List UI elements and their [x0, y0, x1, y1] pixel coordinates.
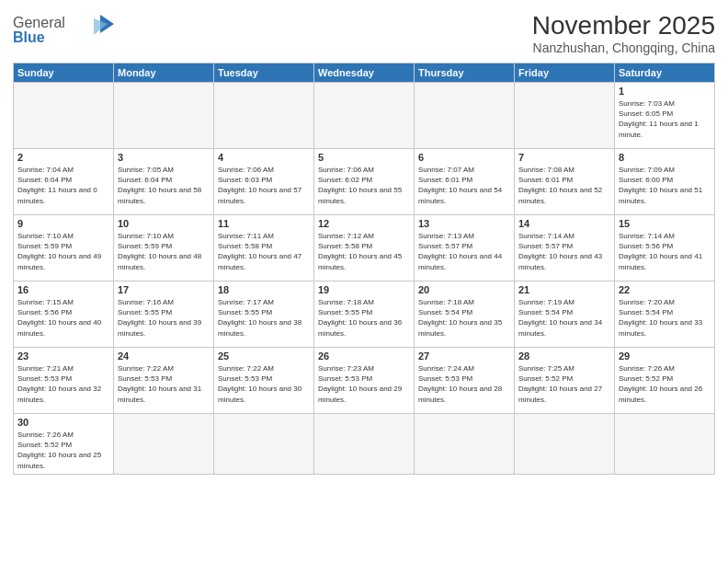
empty-cell: [114, 414, 214, 475]
empty-cell: [214, 83, 314, 149]
week-2: 2 Sunrise: 7:04 AMSunset: 6:04 PMDayligh…: [14, 149, 715, 215]
day-2: 2 Sunrise: 7:04 AMSunset: 6:04 PMDayligh…: [14, 149, 114, 215]
week-3: 9 Sunrise: 7:10 AMSunset: 5:59 PMDayligh…: [14, 215, 715, 282]
day-28: 28 Sunrise: 7:25 AMSunset: 5:52 PMDaylig…: [515, 348, 615, 414]
empty-cell: [615, 414, 715, 475]
empty-cell: [415, 83, 515, 149]
week-6: 30 Sunrise: 7:26 AMSunset: 5:52 PMDaylig…: [14, 414, 715, 475]
header-saturday: Saturday: [615, 63, 715, 83]
daylight-1: Daylight: 11 hours and 1 minute.: [619, 120, 699, 138]
day-19: 19 Sunrise: 7:18 AMSunset: 5:55 PMDaylig…: [314, 282, 415, 348]
day-11: 11 Sunrise: 7:11 AMSunset: 5:58 PMDaylig…: [214, 215, 314, 282]
week-4: 16 Sunrise: 7:15 AMSunset: 5:56 PMDaylig…: [14, 282, 715, 348]
day-8: 8 Sunrise: 7:09 AMSunset: 6:00 PMDayligh…: [615, 149, 715, 215]
svg-text:Blue: Blue: [13, 29, 45, 45]
day-3: 3 Sunrise: 7:05 AMSunset: 6:04 PMDayligh…: [114, 149, 214, 215]
day-18: 18 Sunrise: 7:17 AMSunset: 5:55 PMDaylig…: [214, 282, 314, 348]
day-17: 17 Sunrise: 7:16 AMSunset: 5:55 PMDaylig…: [114, 282, 214, 348]
header: General Blue November 2025 Nanzhushan, C…: [13, 11, 715, 55]
month-title: November 2025: [532, 11, 715, 40]
page: General Blue November 2025 Nanzhushan, C…: [0, 0, 728, 563]
day-29: 29 Sunrise: 7:26 AMSunset: 5:52 PMDaylig…: [615, 348, 715, 414]
empty-cell: [214, 414, 314, 475]
week-1: 1 Sunrise: 7:03 AM Sunset: 6:05 PM Dayli…: [14, 83, 715, 149]
day-15: 15 Sunrise: 7:14 AMSunset: 5:56 PMDaylig…: [615, 215, 715, 282]
svg-text:General: General: [13, 15, 65, 30]
day-26: 26 Sunrise: 7:23 AMSunset: 5:53 PMDaylig…: [314, 348, 415, 414]
day-16: 16 Sunrise: 7:15 AMSunset: 5:56 PMDaylig…: [14, 282, 114, 348]
day-4: 4 Sunrise: 7:06 AMSunset: 6:03 PMDayligh…: [214, 149, 314, 215]
empty-cell: [314, 414, 415, 475]
day-7: 7 Sunrise: 7:08 AMSunset: 6:01 PMDayligh…: [515, 149, 615, 215]
weekday-header-row: Sunday Monday Tuesday Wednesday Thursday…: [14, 63, 715, 83]
day-25: 25 Sunrise: 7:22 AMSunset: 5:53 PMDaylig…: [214, 348, 314, 414]
day-23: 23 Sunrise: 7:21 AMSunset: 5:53 PMDaylig…: [14, 348, 114, 414]
empty-cell: [14, 83, 114, 149]
day-20: 20 Sunrise: 7:18 AMSunset: 5:54 PMDaylig…: [415, 282, 515, 348]
day-14: 14 Sunrise: 7:14 AMSunset: 5:57 PMDaylig…: [515, 215, 615, 282]
header-thursday: Thursday: [415, 63, 515, 83]
subtitle: Nanzhushan, Chongqing, China: [532, 40, 715, 55]
empty-cell: [114, 83, 214, 149]
day-5: 5 Sunrise: 7:06 AMSunset: 6:02 PMDayligh…: [314, 149, 415, 215]
empty-cell: [515, 83, 615, 149]
day-6: 6 Sunrise: 7:07 AMSunset: 6:01 PMDayligh…: [415, 149, 515, 215]
logo: General Blue: [13, 11, 114, 48]
empty-cell: [415, 414, 515, 475]
week-5: 23 Sunrise: 7:21 AMSunset: 5:53 PMDaylig…: [14, 348, 715, 414]
sunset-1: Sunset: 6:05 PM: [619, 109, 673, 118]
empty-cell: [314, 83, 415, 149]
header-tuesday: Tuesday: [214, 63, 314, 83]
header-wednesday: Wednesday: [314, 63, 415, 83]
logo-svg: General Blue: [13, 11, 114, 48]
empty-cell: [515, 414, 615, 475]
day-12: 12 Sunrise: 7:12 AMSunset: 5:58 PMDaylig…: [314, 215, 415, 282]
day-27: 27 Sunrise: 7:24 AMSunset: 5:53 PMDaylig…: [415, 348, 515, 414]
day-13: 13 Sunrise: 7:13 AMSunset: 5:57 PMDaylig…: [415, 215, 515, 282]
day-9: 9 Sunrise: 7:10 AMSunset: 5:59 PMDayligh…: [14, 215, 114, 282]
header-sunday: Sunday: [14, 63, 114, 83]
calendar: Sunday Monday Tuesday Wednesday Thursday…: [13, 63, 715, 475]
day-30: 30 Sunrise: 7:26 AMSunset: 5:52 PMDaylig…: [14, 414, 114, 475]
day-21: 21 Sunrise: 7:19 AMSunset: 5:54 PMDaylig…: [515, 282, 615, 348]
day-24: 24 Sunrise: 7:22 AMSunset: 5:53 PMDaylig…: [114, 348, 214, 414]
sunrise-1: Sunrise: 7:03 AM: [619, 99, 675, 108]
day-22: 22 Sunrise: 7:20 AMSunset: 5:54 PMDaylig…: [615, 282, 715, 348]
day-10: 10 Sunrise: 7:10 AMSunset: 5:59 PMDaylig…: [114, 215, 214, 282]
title-block: November 2025 Nanzhushan, Chongqing, Chi…: [532, 11, 715, 55]
header-monday: Monday: [114, 63, 214, 83]
day-1: 1 Sunrise: 7:03 AM Sunset: 6:05 PM Dayli…: [615, 83, 715, 149]
header-friday: Friday: [515, 63, 615, 83]
